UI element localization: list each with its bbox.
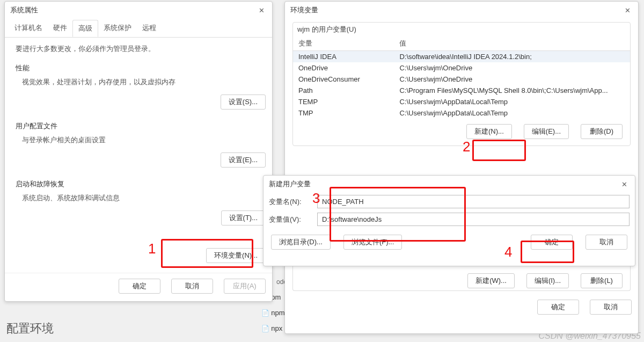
table-row[interactable]: OneDriveConsumerC:\Users\wjm\OneDrive bbox=[293, 74, 630, 85]
envvars-cancel-button[interactable]: 取消 bbox=[590, 300, 632, 315]
profiles-settings-button[interactable]: 设置(E)... bbox=[221, 152, 266, 168]
performance-title: 性能 bbox=[16, 63, 261, 73]
sys-new-button[interactable]: 新建(W)... bbox=[467, 273, 515, 288]
user-vars-table[interactable]: 变量值 IntelliJ IDEAD:\software\idea\Intell… bbox=[293, 37, 630, 119]
envvars-title: 环境变量 bbox=[290, 5, 318, 15]
tab-system-protection[interactable]: 系统保护 bbox=[98, 20, 137, 37]
browse-dir-button[interactable]: 浏览目录(D)... bbox=[271, 235, 331, 250]
var-name-label: 变量名(N): bbox=[269, 197, 317, 207]
sysprops-apply-button[interactable]: 应用(A) bbox=[224, 279, 266, 294]
close-icon[interactable]: ✕ bbox=[622, 5, 633, 16]
sysprops-tabs: 计算机名 硬件 高级 系统保护 远程 bbox=[5, 19, 272, 38]
user-delete-button[interactable]: 删除(D) bbox=[581, 124, 623, 139]
environment-variables-button[interactable]: 环境变量(N)... bbox=[206, 248, 266, 263]
mark-1: 1 bbox=[148, 241, 156, 257]
mark-3: 3 bbox=[312, 190, 320, 207]
envvars-ok-button[interactable]: 确定 bbox=[537, 300, 579, 315]
user-edit-button[interactable]: 编辑(E)... bbox=[524, 124, 569, 139]
var-value-label: 变量值(V): bbox=[269, 215, 317, 224]
sys-edit-button[interactable]: 编辑(I)... bbox=[526, 273, 569, 288]
new-user-variable-dialog: 新建用户变量 ✕ 变量名(N): 变量值(V): 浏览目录(D)... 浏览文件… bbox=[263, 175, 635, 266]
user-vars-group-title: wjm 的用户变量(U) bbox=[293, 23, 630, 37]
tab-advanced[interactable]: 高级 bbox=[72, 20, 98, 37]
newvar-title: 新建用户变量 bbox=[269, 179, 311, 189]
bg-npx: 📄 npx bbox=[261, 324, 282, 332]
performance-desc: 视觉效果，处理器计划，内存使用，以及虚拟内存 bbox=[16, 76, 261, 89]
col-variable: 变量 bbox=[293, 37, 394, 51]
col-value: 值 bbox=[394, 37, 630, 51]
performance-settings-button[interactable]: 设置(S)... bbox=[221, 94, 266, 110]
sys-delete-button[interactable]: 删除(L) bbox=[581, 273, 623, 288]
admin-note: 要进行大多数更改，你必须作为管理员登录。 bbox=[16, 43, 261, 56]
startup-settings-button[interactable]: 设置(T)... bbox=[221, 210, 266, 225]
newvar-ok-button[interactable]: 确定 bbox=[531, 235, 573, 250]
table-row[interactable]: TMPC:\Users\wjm\AppData\Local\Temp bbox=[293, 107, 630, 119]
system-properties-dialog: 系统属性 ✕ 计算机名 硬件 高级 系统保护 远程 要进行大多数更改，你必须作为… bbox=[4, 1, 273, 302]
mark-4: 4 bbox=[504, 244, 512, 260]
table-row[interactable]: PathC:\Program Files\MySQL\MySQL Shell 8… bbox=[293, 85, 630, 96]
var-value-input[interactable] bbox=[317, 213, 630, 226]
tab-remote[interactable]: 远程 bbox=[137, 20, 162, 37]
environment-variables-dialog: 环境变量 ✕ wjm 的用户变量(U) 变量值 IntelliJ IDEAD:\… bbox=[284, 1, 639, 334]
startup-recovery-title: 启动和故障恢复 bbox=[16, 179, 261, 189]
close-icon[interactable]: ✕ bbox=[619, 179, 630, 190]
sysprops-ok-button[interactable]: 确定 bbox=[119, 279, 160, 294]
page-heading: 配置环境 bbox=[6, 321, 54, 337]
mark-2: 2 bbox=[463, 139, 470, 155]
browse-file-button[interactable]: 浏览文件(F)... bbox=[343, 235, 402, 250]
table-row[interactable]: TEMPC:\Users\wjm\AppData\Local\Temp bbox=[293, 96, 630, 107]
startup-recovery-desc: 系统启动、系统故障和调试信息 bbox=[16, 192, 261, 205]
sysprops-cancel-button[interactable]: 取消 bbox=[171, 279, 213, 294]
user-new-button[interactable]: 新建(N)... bbox=[466, 124, 512, 139]
bg-npm: 📄 npm bbox=[261, 309, 285, 317]
table-row[interactable]: OneDriveC:\Users\wjm\OneDrive bbox=[293, 62, 630, 74]
user-profiles-title: 用户配置文件 bbox=[16, 121, 261, 131]
tab-computer-name[interactable]: 计算机名 bbox=[9, 20, 48, 37]
var-name-input[interactable] bbox=[317, 195, 630, 208]
newvar-cancel-button[interactable]: 取消 bbox=[586, 235, 627, 250]
user-profiles-desc: 与登录帐户相关的桌面设置 bbox=[16, 134, 261, 147]
close-icon[interactable]: ✕ bbox=[256, 5, 267, 16]
tab-hardware[interactable]: 硬件 bbox=[48, 20, 72, 37]
table-row[interactable]: IntelliJ IDEAD:\software\idea\IntelliJ I… bbox=[293, 51, 630, 63]
sysprops-title: 系统属性 bbox=[10, 5, 38, 15]
